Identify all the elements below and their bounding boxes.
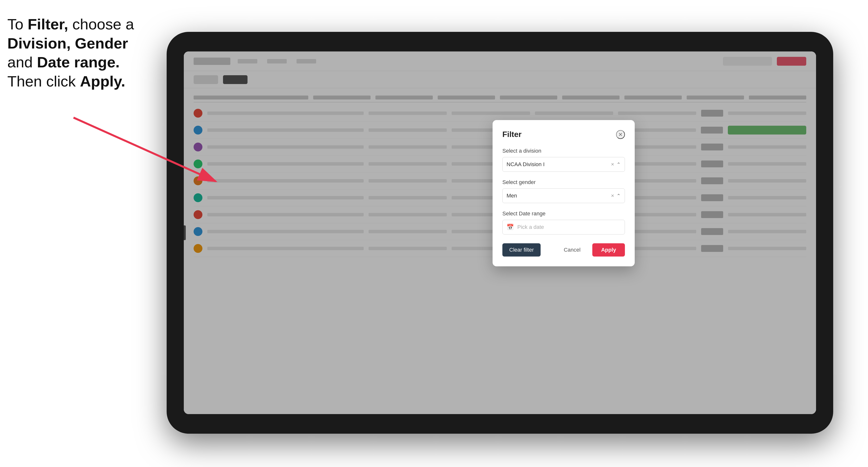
cancel-button[interactable]: Cancel	[557, 243, 587, 256]
gender-form-group: Select gender Men × ⌃	[502, 179, 625, 203]
gender-select-value: Men	[506, 193, 517, 199]
clear-filter-button[interactable]: Clear filter	[502, 243, 540, 256]
gender-chevron-icon: ⌃	[617, 193, 621, 199]
modal-close-button[interactable]: ×	[616, 130, 625, 139]
instruction-text: To Filter, choose a Division, Gender and…	[7, 15, 150, 91]
filter-modal: Filter × Select a division NCAA Division…	[493, 120, 635, 266]
division-select[interactable]: NCAA Division I × ⌃	[502, 157, 625, 172]
tablet-screen: Filter × Select a division NCAA Division…	[184, 52, 816, 414]
division-chevron-icon: ⌃	[617, 161, 621, 167]
division-select-value: NCAA Division I	[506, 161, 545, 167]
division-form-group: Select a division NCAA Division I × ⌃	[502, 148, 625, 172]
bold-apply: Apply.	[80, 73, 125, 90]
date-form-group: Select Date range 📅 Pick a date	[502, 211, 625, 235]
tablet-frame: Filter × Select a division NCAA Division…	[167, 32, 833, 434]
gender-clear-icon[interactable]: ×	[611, 193, 614, 199]
date-input[interactable]: 📅 Pick a date	[502, 220, 625, 235]
modal-header: Filter ×	[502, 130, 625, 139]
bold-filter: Filter,	[28, 16, 68, 33]
gender-select[interactable]: Men × ⌃	[502, 188, 625, 203]
date-label: Select Date range	[502, 211, 625, 217]
modal-footer-right: Cancel Apply	[557, 243, 625, 256]
modal-footer: Clear filter Cancel Apply	[502, 243, 625, 256]
apply-button[interactable]: Apply	[592, 243, 625, 256]
calendar-icon: 📅	[506, 224, 514, 230]
bold-division-gender: Division, Gender	[7, 35, 128, 52]
modal-title: Filter	[502, 130, 522, 139]
gender-label: Select gender	[502, 179, 625, 185]
division-clear-icon[interactable]: ×	[611, 161, 614, 167]
division-label: Select a division	[502, 148, 625, 154]
date-placeholder: Pick a date	[517, 224, 544, 230]
bold-date-range: Date range.	[37, 54, 120, 70]
